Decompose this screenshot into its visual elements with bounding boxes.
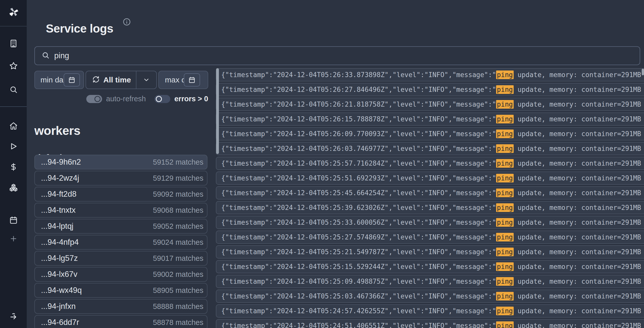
worker-row[interactable]: ...94-ft2d859092 matches	[34, 187, 207, 202]
search-match-highlight: ping	[496, 174, 514, 182]
min-date-label: min da	[40, 76, 64, 84]
log-row: {"timestamp":"2024-12-04T05:26:27.846496…	[216, 83, 644, 96]
calendar-icon[interactable]	[184, 73, 200, 87]
search-match-highlight: ping	[496, 189, 514, 197]
max-date-picker[interactable]: max da	[158, 71, 208, 89]
search-match-highlight: ping	[496, 100, 514, 109]
worker-row[interactable]: ...94-4nfp459024 matches	[34, 235, 207, 250]
search-match-highlight: ping	[496, 218, 514, 227]
worker-row[interactable]: ...94-lx67v59002 matches	[34, 267, 207, 282]
worker-name: ...94-9h6n2	[41, 158, 81, 167]
worker-row[interactable]: ...94-tnxtx59068 matches	[34, 203, 207, 218]
windmill-logo[interactable]	[0, 6, 27, 18]
boxes-icon[interactable]	[0, 183, 27, 193]
sidebar-divider	[0, 106, 27, 107]
worker-row[interactable]: ...94-9h6n259152 matches	[34, 155, 207, 169]
search-match-highlight: ping	[496, 233, 514, 241]
log-row: {"timestamp":"2024-12-04T05:25:27.574869…	[216, 231, 644, 244]
log-row: {"timestamp":"2024-12-04T05:26:21.818758…	[216, 98, 644, 111]
worker-row[interactable]: ...94-2wz4j59129 matches	[34, 171, 207, 186]
search-match-highlight: ping	[496, 85, 514, 94]
worker-list-scrollbar[interactable]	[216, 68, 219, 328]
building-icon[interactable]	[0, 39, 27, 48]
log-line-text: {"timestamp":"2024-12-04T05:25:33.600056…	[221, 219, 641, 226]
star-icon[interactable]	[0, 62, 27, 70]
toggle-knob	[156, 96, 162, 102]
worker-match-count: 58905 matches	[153, 286, 203, 295]
log-line-text: {"timestamp":"2024-12-04T05:26:15.788878…	[221, 115, 641, 123]
toggle-knob	[94, 96, 101, 102]
min-date-picker[interactable]: min da	[34, 71, 84, 89]
play-icon[interactable]	[0, 142, 27, 151]
search-match-highlight: ping	[496, 248, 514, 256]
worker-match-count: 59068 matches	[153, 206, 203, 215]
worker-row[interactable]: ...94-lg57z59017 matches	[34, 251, 207, 266]
sidebar-divider	[0, 26, 27, 26]
scrollbar-thumb[interactable]	[216, 68, 219, 154]
search-match-highlight: ping	[496, 159, 514, 168]
worker-match-count: 59017 matches	[153, 254, 203, 263]
log-scrollbar[interactable]	[642, 68, 644, 328]
worker-match-count: 59092 matches	[153, 190, 203, 198]
worker-name: ...94-lx67v	[41, 270, 77, 279]
time-range-label: All time	[103, 76, 136, 84]
search-match-highlight: ping	[496, 70, 514, 79]
log-line-text: {"timestamp":"2024-12-04T05:26:27.846496…	[221, 86, 641, 93]
log-list: {"timestamp":"2024-12-04T05:26:33.873898…	[216, 68, 644, 328]
worker-match-count: 58878 matches	[153, 318, 203, 327]
time-range-dropdown[interactable]	[136, 71, 156, 89]
worker-list: ...94-9h6n259152 matches...94-2wz4j59129…	[34, 155, 207, 328]
service-logs-page: Service logs min da	[0, 0, 644, 328]
worker-name: ...94-wx49q	[41, 286, 82, 295]
log-row: {"timestamp":"2024-12-04T05:24:51.406551…	[216, 319, 644, 328]
worker-row[interactable]: ...94-6dd7r58878 matches	[34, 315, 207, 328]
log-row: {"timestamp":"2024-12-04T05:25:21.549787…	[216, 245, 644, 259]
worker-name: ...94-4nfp4	[41, 238, 79, 247]
worker-name: ...94-6dd7r	[41, 318, 79, 327]
arrow-right-icon[interactable]	[0, 311, 27, 321]
worker-name: ...94-jnfxn	[41, 302, 76, 311]
search-input[interactable]	[54, 51, 640, 61]
worker-match-count: 59129 matches	[153, 174, 203, 182]
log-line-text: {"timestamp":"2024-12-04T05:25:45.664254…	[221, 189, 641, 197]
sidebar	[0, 0, 27, 328]
toggle-row: auto-refresh errors > 0	[34, 95, 208, 103]
log-row: {"timestamp":"2024-12-04T05:24:57.426255…	[216, 304, 644, 318]
log-row: {"timestamp":"2024-12-04T05:25:45.664254…	[216, 186, 644, 199]
calendar-icon[interactable]	[64, 73, 80, 87]
worker-match-count: 59152 matches	[153, 158, 203, 166]
search-match-highlight: ping	[496, 203, 514, 212]
log-row: {"timestamp":"2024-12-04T05:26:15.788878…	[216, 112, 644, 126]
worker-match-count: 59002 matches	[153, 270, 203, 279]
worker-row[interactable]: ...94-jnfxn58888 matches	[34, 299, 207, 314]
search-match-highlight: ping	[496, 292, 514, 301]
worker-match-count: 59024 matches	[153, 238, 203, 247]
filter-row: min da All time max da	[34, 71, 208, 89]
log-search-box	[34, 46, 640, 65]
workers-heading: workers	[34, 124, 80, 138]
auto-refresh-toggle[interactable]	[86, 95, 102, 103]
auto-refresh-label: auto-refresh	[106, 95, 146, 103]
log-row: {"timestamp":"2024-12-04T05:26:09.770093…	[216, 127, 644, 140]
scrollbar-thumb[interactable]	[642, 69, 644, 75]
dollar-icon[interactable]	[0, 163, 27, 171]
log-line-text: {"timestamp":"2024-12-04T05:25:57.716284…	[221, 160, 641, 167]
search-match-highlight: ping	[496, 321, 514, 328]
errors-only-toggle[interactable]	[155, 95, 170, 103]
time-range-button[interactable]: All time	[86, 71, 157, 89]
log-line-text: {"timestamp":"2024-12-04T05:25:03.467366…	[221, 292, 641, 300]
search-match-highlight: ping	[496, 262, 514, 271]
log-line-text: {"timestamp":"2024-12-04T05:25:39.623026…	[221, 204, 641, 211]
calendar-icon[interactable]	[0, 216, 27, 224]
worker-row[interactable]: ...94-wx49q58905 matches	[34, 283, 207, 298]
log-line-text: {"timestamp":"2024-12-04T05:26:09.770093…	[221, 130, 641, 138]
refresh-icon	[92, 76, 100, 84]
search-icon	[41, 51, 50, 60]
search-icon[interactable]	[0, 85, 27, 94]
log-row: {"timestamp":"2024-12-04T05:26:03.746977…	[216, 142, 644, 155]
plus-icon[interactable]	[0, 235, 27, 243]
home-icon[interactable]	[0, 122, 27, 130]
page-title: Service logs	[46, 22, 113, 35]
info-icon[interactable]	[123, 18, 131, 26]
worker-row[interactable]: ...94-lptqj59052 matches	[34, 219, 207, 234]
